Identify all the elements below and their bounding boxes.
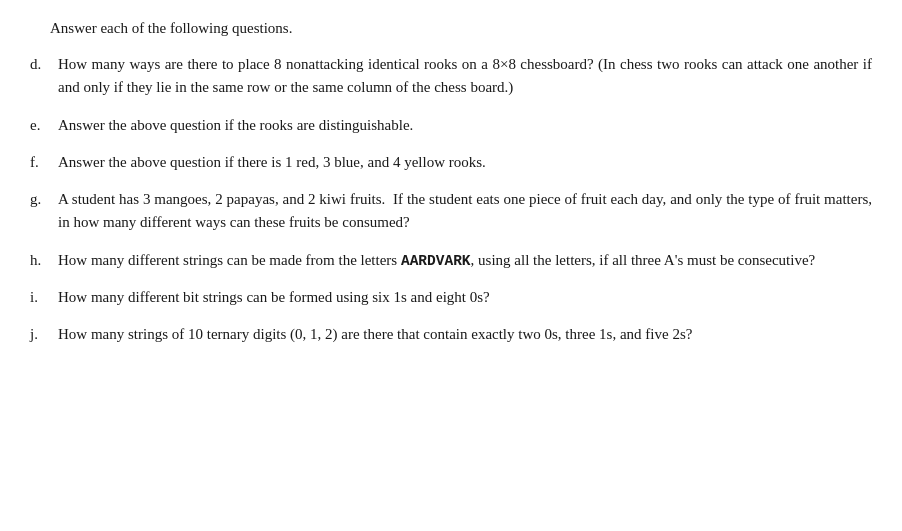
question-label-h: h. xyxy=(30,249,58,272)
question-label-e: e. xyxy=(30,114,58,137)
list-item: j. How many strings of 10 ternary digits… xyxy=(30,323,872,346)
question-label-d: d. xyxy=(30,53,58,100)
question-label-f: f. xyxy=(30,151,58,174)
list-item: i. How many different bit strings can be… xyxy=(30,286,872,309)
list-item: d. How many ways are there to place 8 no… xyxy=(30,53,872,100)
question-text-e: Answer the above question if the rooks a… xyxy=(58,114,872,137)
question-text-f: Answer the above question if there is 1 … xyxy=(58,151,872,174)
list-item: f. Answer the above question if there is… xyxy=(30,151,872,174)
instructions-header: Answer each of the following questions. xyxy=(50,20,872,37)
list-item: e. Answer the above question if the rook… xyxy=(30,114,872,137)
list-item: g. A student has 3 mangoes, 2 papayas, a… xyxy=(30,188,872,235)
question-text-g: A student has 3 mangoes, 2 papayas, and … xyxy=(58,188,872,235)
question-label-i: i. xyxy=(30,286,58,309)
question-label-g: g. xyxy=(30,188,58,235)
question-label-j: j. xyxy=(30,323,58,346)
aardvark-text: AARDVARK xyxy=(401,253,471,269)
question-list: d. How many ways are there to place 8 no… xyxy=(30,53,872,346)
question-text-d: How many ways are there to place 8 nonat… xyxy=(58,53,872,100)
question-text-i: How many different bit strings can be fo… xyxy=(58,286,872,309)
header-text: Answer each of the following questions. xyxy=(50,20,292,36)
list-item: h. How many different strings can be mad… xyxy=(30,249,872,272)
question-text-h: How many different strings can be made f… xyxy=(58,249,872,272)
question-text-j: How many strings of 10 ternary digits (0… xyxy=(58,323,872,346)
